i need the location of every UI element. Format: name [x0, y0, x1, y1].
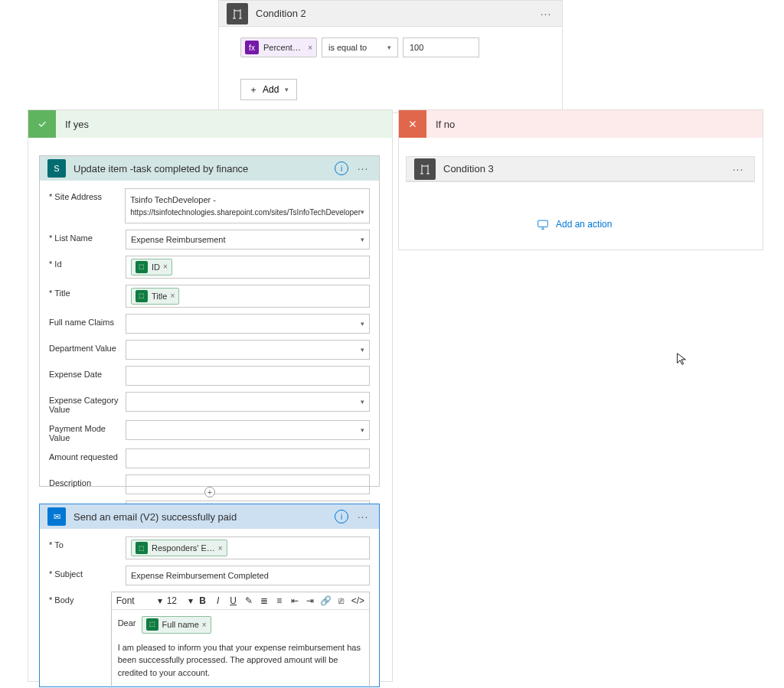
link-button[interactable]: 🔗	[320, 595, 332, 606]
email-body-content[interactable]: Dear ⬚Full name× I am pleased to inform …	[112, 610, 369, 688]
if-no-header: If no	[399, 110, 763, 138]
svg-rect-0	[538, 220, 548, 227]
send-email-card: ✉ Send an email (V2) successfully paid i…	[39, 504, 380, 687]
mouse-cursor	[675, 352, 688, 368]
email-body-toolbar: Font▾ 12▾ B I U ✎ ≣ ≡ ⇤ ⇥ 🔗 ⎚ <	[112, 592, 369, 610]
condition-2-card: Condition 2 ··· fx Percenta… × is equal …	[218, 0, 563, 113]
chevron-down-icon: ▾	[285, 86, 289, 93]
email-body-editor: Font▾ 12▾ B I U ✎ ≣ ≡ ⇤ ⇥ 🔗 ⎚ <	[111, 592, 370, 688]
chevron-down-icon: ▾	[387, 44, 391, 51]
responders-email-token[interactable]: ⬚Responders' E…×	[131, 540, 227, 556]
add-action-icon	[536, 219, 550, 230]
remove-token-icon[interactable]: ×	[202, 619, 207, 631]
underline-button[interactable]: U	[228, 595, 239, 606]
add-step-between[interactable]: + ⌄	[202, 487, 217, 502]
id-token[interactable]: ⬚ID×	[131, 259, 172, 276]
email-to-input[interactable]: ⬚Responders' E…×	[126, 536, 370, 559]
add-action-link[interactable]: Add an action	[536, 219, 612, 230]
condition-3-menu[interactable]: ···	[730, 163, 746, 175]
sharepoint-icon: S	[47, 159, 66, 178]
expense-category-input[interactable]: ▾	[126, 392, 370, 412]
font-select[interactable]: Font▾	[116, 595, 162, 606]
condition-3-card[interactable]: Condition 3 ···	[406, 156, 755, 182]
send-email-menu[interactable]: ···	[354, 510, 371, 523]
condition-2-title: Condition 2	[256, 8, 537, 19]
remove-token-icon[interactable]: ×	[218, 544, 223, 553]
fx-icon: fx	[245, 41, 259, 54]
payment-mode-input[interactable]: ▾	[126, 420, 370, 440]
condition-operator-dropdown[interactable]: is equal to ▾	[322, 37, 398, 57]
condition-3-title: Condition 3	[443, 163, 730, 174]
title-token[interactable]: ⬚Title×	[131, 288, 179, 305]
info-icon[interactable]: i	[335, 161, 348, 175]
department-input[interactable]: ▾	[126, 340, 370, 360]
update-item-header[interactable]: S Update item -task completed by finance…	[40, 156, 379, 181]
check-icon	[28, 110, 56, 138]
id-input[interactable]: ⬚ID×	[126, 256, 370, 279]
bullet-list-button[interactable]: ≣	[259, 595, 270, 606]
site-address-input[interactable]: Tsinfo TechDeveloper - https://tsinfotec…	[125, 188, 370, 223]
code-view-button[interactable]: </>	[351, 595, 364, 606]
number-list-button[interactable]: ≡	[274, 595, 285, 606]
remove-token-icon[interactable]: ×	[163, 262, 168, 271]
amount-input[interactable]	[126, 448, 370, 468]
plus-icon: ＋	[249, 83, 258, 96]
list-name-input[interactable]: Expense Reimbursement ▾	[126, 230, 370, 249]
full-name-token[interactable]: ⬚Full name×	[142, 616, 211, 634]
if-yes-header: If yes	[28, 110, 392, 138]
token-icon: ⬚	[136, 261, 148, 273]
condition-icon	[414, 158, 436, 180]
expense-date-input[interactable]	[126, 366, 370, 386]
color-button[interactable]: ✎	[243, 595, 254, 606]
condition-right-value[interactable]: 100	[403, 37, 479, 57]
token-icon: ⬚	[146, 618, 158, 631]
condition-2-header[interactable]: Condition 2 ···	[219, 1, 562, 27]
chevron-down-icon: ▾	[361, 207, 364, 218]
update-item-card: S Update item -task completed by finance…	[39, 155, 380, 487]
full-name-input[interactable]: ▾	[126, 314, 370, 334]
update-item-menu[interactable]: ···	[354, 162, 371, 174]
bold-button[interactable]: B	[198, 595, 208, 606]
condition-icon	[227, 3, 248, 24]
italic-button[interactable]: I	[213, 595, 224, 606]
send-email-header[interactable]: ✉ Send an email (V2) successfully paid i…	[40, 504, 379, 529]
clear-format-button[interactable]: ⎚	[336, 595, 347, 606]
condition-2-menu[interactable]: ···	[537, 8, 554, 20]
chevron-down-icon: ▾	[361, 236, 364, 243]
title-input[interactable]: ⬚Title×	[126, 285, 370, 308]
remove-token-icon[interactable]: ×	[170, 292, 175, 300]
description-input[interactable]	[126, 474, 370, 494]
info-icon[interactable]: i	[335, 510, 348, 523]
token-icon: ⬚	[136, 542, 148, 554]
condition-left-operand[interactable]: fx Percenta… ×	[240, 37, 317, 57]
outlook-icon: ✉	[47, 507, 66, 526]
condition-add-button[interactable]: ＋ Add ▾	[240, 79, 297, 100]
close-icon	[399, 110, 426, 138]
font-size-select[interactable]: 12▾	[167, 595, 193, 606]
token-icon: ⬚	[136, 290, 148, 302]
indent-button[interactable]: ⇥	[305, 595, 315, 606]
email-subject-input[interactable]: Expense Reimbursement Completed	[126, 566, 370, 585]
outdent-button[interactable]: ⇤	[289, 595, 300, 606]
remove-token-icon[interactable]: ×	[308, 44, 312, 52]
